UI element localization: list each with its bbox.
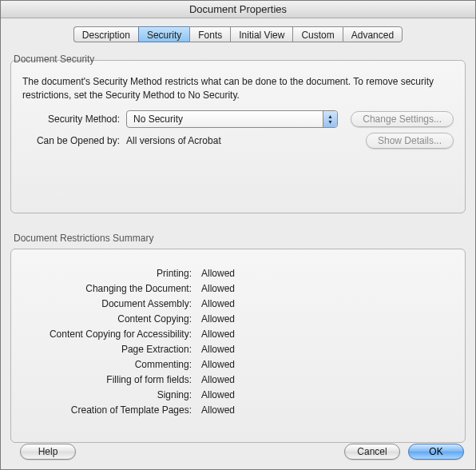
show-details-button[interactable]: Show Details... (366, 133, 454, 149)
restriction-value: Allowed (198, 283, 235, 294)
tab-security[interactable]: Security (138, 26, 189, 42)
tab-fonts[interactable]: Fonts (189, 26, 230, 42)
restriction-row: Page Extraction:Allowed (22, 344, 454, 355)
tab-advanced[interactable]: Advanced (343, 26, 403, 42)
restriction-label: Creation of Template Pages: (22, 404, 198, 416)
restriction-label: Changing the Document: (22, 283, 198, 294)
restriction-row: Creation of Template Pages:Allowed (22, 404, 454, 416)
help-button[interactable]: Help (20, 444, 76, 460)
opened-by-value: All versions of Acrobat (126, 135, 342, 146)
window-title: Document Properties (1, 1, 475, 18)
content-area: Document Security The document's Securit… (10, 42, 466, 444)
restriction-label: Signing: (22, 389, 198, 400)
security-description-text: The document's Security Method restricts… (22, 75, 454, 102)
restriction-row: Printing:Allowed (22, 268, 454, 279)
tab-strip: Description Security Fonts Initial View … (1, 26, 475, 42)
document-security-group: The document's Security Method restricts… (10, 60, 466, 213)
restriction-row: Filling of form fields:Allowed (22, 374, 454, 385)
restriction-value: Allowed (198, 344, 235, 355)
restriction-label: Printing: (22, 268, 198, 279)
restriction-label: Filling of form fields: (22, 374, 198, 385)
restrictions-summary-label: Document Restrictions Summary (14, 233, 462, 244)
ok-button[interactable]: OK (408, 444, 464, 460)
change-settings-button[interactable]: Change Settings... (351, 111, 454, 127)
restriction-value: Allowed (198, 329, 235, 340)
restriction-row: Content Copying:Allowed (22, 313, 454, 325)
dialog-footer: Help Cancel OK (1, 444, 475, 469)
restriction-value: Allowed (198, 268, 235, 279)
opened-by-label: Can be Opened by: (22, 135, 126, 146)
restriction-value: Allowed (198, 389, 235, 400)
tab-description[interactable]: Description (73, 26, 138, 42)
restriction-value: Allowed (198, 298, 235, 309)
restriction-row: Commenting:Allowed (22, 359, 454, 370)
security-method-dropdown[interactable]: No Security ▲▼ (126, 110, 338, 128)
tab-initial-view[interactable]: Initial View (230, 26, 292, 42)
restrictions-group: Printing:AllowedChanging the Document:Al… (10, 249, 466, 443)
dropdown-arrows-icon: ▲▼ (323, 111, 337, 127)
tab-custom[interactable]: Custom (292, 26, 342, 42)
restriction-row: Content Copying for Accessibility:Allowe… (22, 329, 454, 340)
restriction-label: Content Copying for Accessibility: (22, 329, 198, 340)
restriction-row: Changing the Document:Allowed (22, 283, 454, 294)
restriction-label: Content Copying: (22, 313, 198, 325)
restriction-label: Page Extraction: (22, 344, 198, 355)
restriction-value: Allowed (198, 374, 235, 385)
cancel-button[interactable]: Cancel (344, 444, 400, 460)
restriction-value: Allowed (198, 359, 235, 370)
restriction-row: Signing:Allowed (22, 389, 454, 400)
document-properties-window: Document Properties Description Security… (0, 0, 476, 470)
restriction-value: Allowed (198, 313, 235, 325)
restriction-value: Allowed (198, 404, 235, 416)
restriction-row: Document Assembly:Allowed (22, 298, 454, 309)
security-method-label: Security Method: (22, 114, 126, 125)
restriction-label: Document Assembly: (22, 298, 198, 309)
security-method-value: No Security (133, 114, 183, 125)
restriction-label: Commenting: (22, 359, 198, 370)
